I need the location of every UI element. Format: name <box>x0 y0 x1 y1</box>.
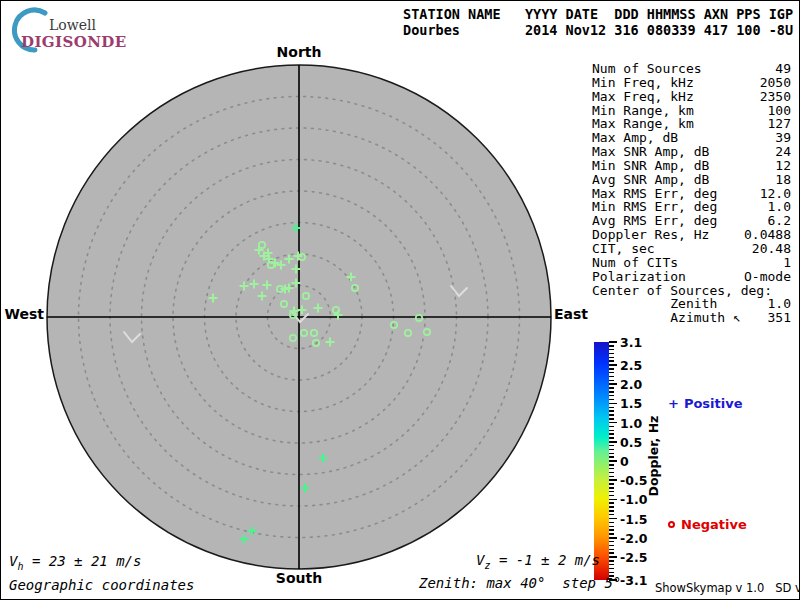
colorbar-minor-tick <box>609 410 614 412</box>
colorbar-minor-tick <box>609 529 614 531</box>
colorbar-major-tick <box>609 403 617 405</box>
colorbar-minor-tick <box>609 476 614 478</box>
horizontal-velocity-readout: Vh = 23 ± 21 m/s <box>9 553 141 572</box>
colorbar-tick-label: 0 <box>620 454 629 469</box>
colorbar-minor-tick <box>609 395 614 397</box>
colorbar-minor-tick <box>609 526 614 528</box>
colorbar-minor-tick <box>609 533 614 535</box>
compass-north-label: North <box>1 44 597 60</box>
colorbar-minor-tick <box>609 541 614 543</box>
negative-legend-label: Negative <box>681 517 747 532</box>
colorbar-minor-tick <box>609 549 614 551</box>
colorbar-major-tick <box>609 383 617 385</box>
vz-value: = -1 ± 2 m/s <box>490 552 600 568</box>
colorbar-minor-tick <box>609 491 614 493</box>
colorbar-tick-label: -3.1 <box>620 573 647 588</box>
colorbar-minor-tick <box>609 545 614 547</box>
colorbar-major-tick <box>609 460 617 462</box>
colorbar-minor-tick <box>609 357 614 359</box>
colorbar-minor-tick <box>609 522 614 524</box>
colorbar-minor-tick <box>609 487 614 489</box>
skymap-plot <box>1 1 800 600</box>
colorbar-minor-tick <box>609 399 614 401</box>
colorbar-minor-tick <box>609 514 614 516</box>
colorbar-minor-tick <box>609 368 614 370</box>
zenith-range-note: Zenith: max 40° step 5° <box>419 575 621 591</box>
colorbar-minor-tick <box>609 418 614 420</box>
colorbar-minor-tick <box>609 353 614 355</box>
colorbar-major-tick <box>609 479 617 481</box>
colorbar-major-tick <box>609 441 617 443</box>
coordinate-system-label: Geographic coordinates <box>9 577 194 593</box>
positive-legend-label: Positive <box>684 396 743 411</box>
colorbar-minor-tick <box>609 506 614 508</box>
colorbar-minor-tick <box>609 430 614 432</box>
colorbar-minor-tick <box>609 468 614 470</box>
compass-west-label: West <box>1 306 44 322</box>
colorbar-minor-tick <box>609 568 614 570</box>
doppler-axis-label: Doppler, Hz <box>646 416 661 497</box>
colorbar-minor-tick <box>609 483 614 485</box>
colorbar-minor-tick <box>609 380 614 382</box>
colorbar-major-tick <box>609 422 617 424</box>
colorbar-minor-tick <box>609 564 614 566</box>
colorbar-minor-tick <box>609 407 614 409</box>
colorbar-minor-tick <box>609 502 614 504</box>
circle-marker-icon <box>668 521 675 528</box>
colorbar-tick-label: -2.5 <box>620 549 647 564</box>
vertical-velocity-readout: Vz = -1 ± 2 m/s <box>476 552 600 571</box>
colorbar-minor-tick <box>609 453 614 455</box>
colorbar-minor-tick <box>609 437 614 439</box>
doppler-colorbar <box>594 342 609 580</box>
colorbar-tick-label: 3.1 <box>620 335 642 350</box>
colorbar-minor-tick <box>609 560 614 562</box>
vh-value: = 23 ± 21 m/s <box>23 553 141 569</box>
colorbar-major-tick <box>609 499 617 501</box>
colorbar-minor-tick <box>609 414 614 416</box>
positive-doppler-legend: +Positive <box>668 396 743 411</box>
plus-marker-icon: + <box>668 396 679 411</box>
colorbar-major-tick <box>609 556 617 558</box>
doppler-colorbar-ticks: 3.12.52.01.51.00.50-0.5-1.0-1.5-2.0-2.5-… <box>609 342 649 580</box>
colorbar-minor-tick <box>609 456 614 458</box>
colorbar-minor-tick <box>609 552 614 554</box>
compass-east-label: East <box>554 306 588 322</box>
colorbar-minor-tick <box>609 449 614 451</box>
colorbar-minor-tick <box>609 510 614 512</box>
colorbar-minor-tick <box>609 433 614 435</box>
colorbar-minor-tick <box>609 445 614 447</box>
colorbar-minor-tick <box>609 349 614 351</box>
colorbar-tick-label: 2.5 <box>620 358 642 373</box>
colorbar-major-tick <box>609 341 617 343</box>
colorbar-minor-tick <box>609 426 614 428</box>
colorbar-tick-label: -1.5 <box>620 511 647 526</box>
colorbar-tick-label: 1.5 <box>620 396 642 411</box>
colorbar-minor-tick <box>609 372 614 374</box>
colorbar-minor-tick <box>609 391 614 393</box>
colorbar-tick-label: 2.0 <box>620 377 642 392</box>
colorbar-major-tick <box>609 537 617 539</box>
colorbar-minor-tick <box>609 472 614 474</box>
negative-doppler-legend: Negative <box>668 517 747 532</box>
colorbar-minor-tick <box>609 387 614 389</box>
colorbar-tick-label: -0.5 <box>620 473 647 488</box>
colorbar-major-tick <box>609 518 617 520</box>
colorbar-tick-label: 0.5 <box>620 434 642 449</box>
colorbar-minor-tick <box>609 376 614 378</box>
colorbar-tick-label: -2.0 <box>620 530 647 545</box>
skymap-window: Lowell DIGISONDE STATION NAME YYYY DATE … <box>0 0 800 600</box>
software-version: ShowSkymap v 1.0 SD v 5.1 <box>655 581 800 595</box>
colorbar-minor-tick <box>609 345 614 347</box>
colorbar-minor-tick <box>609 572 614 574</box>
colorbar-major-tick <box>609 364 617 366</box>
colorbar-minor-tick <box>609 360 614 362</box>
colorbar-minor-tick <box>609 495 614 497</box>
colorbar-minor-tick <box>609 464 614 466</box>
colorbar-tick-label: 1.0 <box>620 415 642 430</box>
colorbar-tick-label: -1.0 <box>620 492 647 507</box>
